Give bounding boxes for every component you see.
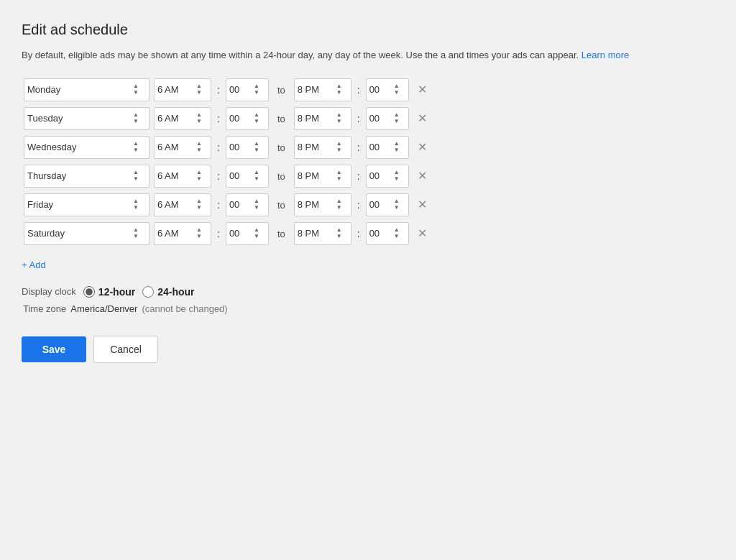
day-select-wrapper[interactable]: MondayTuesdayWednesdayThursdayFridaySatu… [24, 222, 150, 245]
to-min-select[interactable]: 00153045 [369, 142, 392, 152]
remove-row-button[interactable]: ✕ [413, 113, 431, 124]
to-min-spinner: ▲▼ [394, 170, 400, 182]
day-select-wrapper[interactable]: MondayTuesdayWednesdayThursdayFridaySatu… [24, 193, 150, 216]
from-time-select-wrapper[interactable]: 12 AM1 AM2 AM3 AM4 AM5 AM6 AM7 AM8 AM9 A… [154, 136, 211, 159]
remove-row-button[interactable]: ✕ [413, 142, 431, 153]
from-min-select[interactable]: 00153045 [229, 113, 252, 124]
day-select[interactable]: MondayTuesdayWednesdayThursdayFridaySatu… [27, 199, 132, 210]
cancel-button[interactable]: Cancel [93, 336, 158, 363]
day-select[interactable]: MondayTuesdayWednesdayThursdayFridaySatu… [27, 170, 132, 181]
save-button[interactable]: Save [22, 336, 86, 362]
from-time-spinner: ▲▼ [196, 198, 202, 211]
to-min-select-wrapper[interactable]: 00153045 ▲▼ [366, 165, 409, 188]
to-min-select-wrapper[interactable]: 00153045 ▲▼ [366, 136, 409, 159]
from-min-select-wrapper[interactable]: 00153045 ▲▼ [226, 136, 269, 159]
to-time-select-wrapper[interactable]: 12 AM1 AM2 AM3 AM4 AM5 AM6 AM7 AM8 AM9 A… [294, 222, 351, 245]
to-min-select[interactable]: 00153045 [369, 113, 392, 124]
colon-to: : [356, 84, 362, 96]
from-time-select-wrapper[interactable]: 12 AM1 AM2 AM3 AM4 AM5 AM6 AM7 AM8 AM9 A… [154, 165, 211, 188]
radio-24hour-input[interactable] [142, 286, 154, 298]
to-label: to [273, 200, 290, 211]
from-time-select-wrapper[interactable]: 12 AM1 AM2 AM3 AM4 AM5 AM6 AM7 AM8 AM9 A… [154, 193, 211, 216]
to-time-select[interactable]: 12 AM1 AM2 AM3 AM4 AM5 AM6 AM7 AM8 AM9 A… [298, 228, 335, 239]
from-time-select[interactable]: 12 AM1 AM2 AM3 AM4 AM5 AM6 AM7 AM8 AM9 A… [157, 228, 195, 239]
radio-24hour[interactable]: 24-hour [142, 286, 194, 298]
to-time-select-wrapper[interactable]: 12 AM1 AM2 AM3 AM4 AM5 AM6 AM7 AM8 AM9 A… [294, 165, 351, 188]
to-min-spinner: ▲▼ [394, 112, 400, 124]
day-select[interactable]: MondayTuesdayWednesdayThursdayFridaySatu… [27, 113, 132, 124]
from-min-select-wrapper[interactable]: 00153045 ▲▼ [226, 78, 269, 101]
from-time-select[interactable]: 12 AM1 AM2 AM3 AM4 AM5 AM6 AM7 AM8 AM9 A… [157, 199, 195, 210]
to-min-spinner: ▲▼ [394, 141, 400, 153]
remove-row-button[interactable]: ✕ [413, 84, 431, 96]
radio-12hour-input[interactable] [83, 286, 95, 298]
to-time-spinner: ▲▼ [336, 83, 342, 96]
from-min-spinner: ▲▼ [254, 112, 259, 124]
day-select-wrapper[interactable]: MondayTuesdayWednesdayThursdayFridaySatu… [24, 165, 150, 188]
colon-to: : [356, 228, 362, 239]
from-min-select[interactable]: 00153045 [229, 84, 252, 95]
from-time-select-wrapper[interactable]: 12 AM1 AM2 AM3 AM4 AM5 AM6 AM7 AM8 AM9 A… [154, 222, 211, 245]
to-min-select-wrapper[interactable]: 00153045 ▲▼ [366, 107, 409, 130]
from-time-select-wrapper[interactable]: 12 AM1 AM2 AM3 AM4 AM5 AM6 AM7 AM8 AM9 A… [154, 107, 211, 130]
remove-row-button[interactable]: ✕ [413, 199, 431, 211]
from-time-select[interactable]: 12 AM1 AM2 AM3 AM4 AM5 AM6 AM7 AM8 AM9 A… [157, 84, 195, 95]
day-select-wrapper[interactable]: MondayTuesdayWednesdayThursdayFridaySatu… [24, 107, 150, 130]
day-select-wrapper[interactable]: MondayTuesdayWednesdayThursdayFridaySatu… [24, 78, 150, 101]
to-time-select-wrapper[interactable]: 12 AM1 AM2 AM3 AM4 AM5 AM6 AM7 AM8 AM9 A… [294, 78, 351, 101]
from-min-spinner: ▲▼ [254, 170, 259, 182]
from-min-select-wrapper[interactable]: 00153045 ▲▼ [226, 165, 269, 188]
to-min-select-wrapper[interactable]: 00153045 ▲▼ [366, 193, 409, 216]
to-time-select[interactable]: 12 AM1 AM2 AM3 AM4 AM5 AM6 AM7 AM8 AM9 A… [298, 142, 335, 152]
from-min-select-wrapper[interactable]: 00153045 ▲▼ [226, 193, 269, 216]
from-min-select[interactable]: 00153045 [229, 199, 252, 210]
to-time-select[interactable]: 12 AM1 AM2 AM3 AM4 AM5 AM6 AM7 AM8 AM9 A… [298, 170, 335, 181]
to-time-select-wrapper[interactable]: 12 AM1 AM2 AM3 AM4 AM5 AM6 AM7 AM8 AM9 A… [294, 136, 351, 159]
to-min-select-wrapper[interactable]: 00153045 ▲▼ [366, 222, 409, 245]
display-clock-row: Display clock 12-hour 24-hour [22, 286, 714, 298]
from-time-select[interactable]: 12 AM1 AM2 AM3 AM4 AM5 AM6 AM7 AM8 AM9 A… [157, 113, 195, 124]
day-select[interactable]: MondayTuesdayWednesdayThursdayFridaySatu… [27, 228, 132, 239]
display-clock-label: Display clock [22, 286, 76, 297]
to-min-select[interactable]: 00153045 [369, 228, 392, 239]
to-min-select[interactable]: 00153045 [369, 170, 392, 181]
to-min-select[interactable]: 00153045 [369, 199, 392, 210]
to-time-spinner: ▲▼ [336, 112, 342, 124]
from-min-select[interactable]: 00153045 [229, 170, 252, 181]
learn-more-link[interactable]: Learn more [581, 50, 629, 60]
to-time-select-wrapper[interactable]: 12 AM1 AM2 AM3 AM4 AM5 AM6 AM7 AM8 AM9 A… [294, 107, 351, 130]
timezone-note: (cannot be changed) [142, 303, 227, 314]
day-select-wrapper[interactable]: MondayTuesdayWednesdayThursdayFridaySatu… [24, 136, 150, 159]
timezone-row: Time zone America/Denver (cannot be chan… [22, 303, 714, 314]
to-min-select-wrapper[interactable]: 00153045 ▲▼ [366, 78, 409, 101]
from-time-select[interactable]: 12 AM1 AM2 AM3 AM4 AM5 AM6 AM7 AM8 AM9 A… [157, 142, 195, 152]
from-time-spinner: ▲▼ [196, 83, 202, 96]
to-time-select[interactable]: 12 AM1 AM2 AM3 AM4 AM5 AM6 AM7 AM8 AM9 A… [298, 113, 335, 124]
day-select[interactable]: MondayTuesdayWednesdayThursdayFridaySatu… [27, 84, 132, 95]
to-time-select[interactable]: 12 AM1 AM2 AM3 AM4 AM5 AM6 AM7 AM8 AM9 A… [298, 84, 335, 95]
to-time-select-wrapper[interactable]: 12 AM1 AM2 AM3 AM4 AM5 AM6 AM7 AM8 AM9 A… [294, 193, 351, 216]
colon-to: : [356, 199, 362, 211]
remove-row-button[interactable]: ✕ [413, 228, 431, 239]
from-time-select-wrapper[interactable]: 12 AM1 AM2 AM3 AM4 AM5 AM6 AM7 AM8 AM9 A… [154, 78, 211, 101]
from-min-select-wrapper[interactable]: 00153045 ▲▼ [226, 107, 269, 130]
page-title: Edit ad schedule [22, 22, 714, 38]
from-time-select[interactable]: 12 AM1 AM2 AM3 AM4 AM5 AM6 AM7 AM8 AM9 A… [157, 170, 195, 181]
day-spinner: ▲▼ [133, 141, 139, 153]
from-min-select[interactable]: 00153045 [229, 142, 252, 152]
radio-12hour[interactable]: 12-hour [83, 286, 135, 298]
table-row: MondayTuesdayWednesdayThursdayFridaySatu… [22, 104, 433, 133]
to-time-select[interactable]: 12 AM1 AM2 AM3 AM4 AM5 AM6 AM7 AM8 AM9 A… [298, 199, 335, 210]
colon-to: : [356, 113, 362, 124]
schedule-table: MondayTuesdayWednesdayThursdayFridaySatu… [22, 75, 433, 248]
to-time-spinner: ▲▼ [336, 141, 342, 153]
from-min-spinner: ▲▼ [254, 198, 259, 211]
add-schedule-link[interactable]: + Add [22, 260, 46, 270]
from-min-select-wrapper[interactable]: 00153045 ▲▼ [226, 222, 269, 245]
colon-from: : [216, 142, 221, 153]
remove-row-button[interactable]: ✕ [413, 170, 431, 182]
day-select[interactable]: MondayTuesdayWednesdayThursdayFridaySatu… [27, 142, 132, 152]
colon-to: : [356, 142, 362, 153]
to-min-select[interactable]: 00153045 [369, 84, 392, 95]
from-min-select[interactable]: 00153045 [229, 228, 252, 239]
